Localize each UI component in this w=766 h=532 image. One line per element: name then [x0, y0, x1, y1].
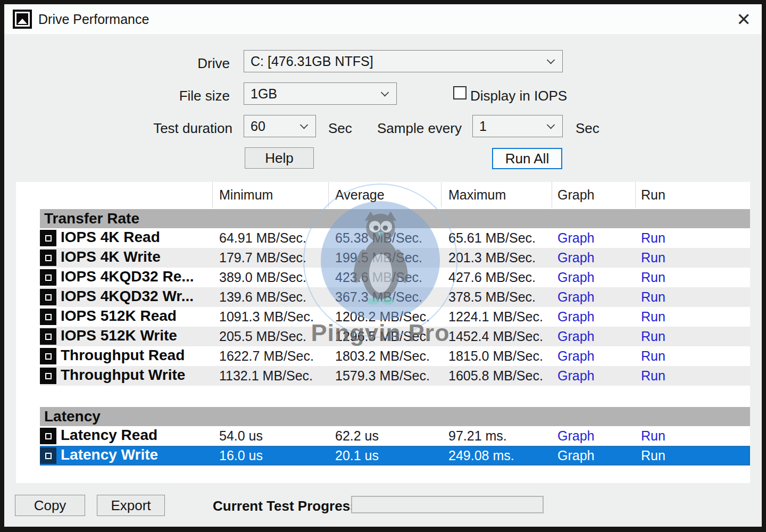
maximum-value: 1452.4 MB/Sec.	[448, 329, 543, 344]
close-button[interactable]: ✕	[731, 6, 756, 32]
minimum-value: 54.0 us	[219, 428, 263, 444]
average-value: 1803.2 MB/Sec.	[335, 348, 430, 364]
run-link[interactable]: Run	[641, 428, 665, 444]
average-value: 62.2 us	[335, 428, 379, 444]
run-link[interactable]: Run	[641, 289, 665, 305]
maximum-value: 97.21 ms.	[448, 428, 507, 444]
window: Drive Performance ✕ Drive C: [476.31GB N…	[4, 4, 762, 527]
run-link[interactable]: Run	[641, 309, 665, 325]
graph-link[interactable]: Graph	[557, 348, 594, 364]
drive-select-value: C: [476.31GB NTFS]	[251, 54, 373, 69]
run-all-button[interactable]: Run All	[492, 148, 562, 169]
minimum-value: 64.91 MB/Sec.	[219, 230, 306, 246]
graph-link[interactable]: Graph	[557, 448, 594, 463]
table-row[interactable]: Throughput Read 1622.7 MB/Sec. 1803.2 MB…	[40, 346, 750, 366]
row-label: IOPS 4KQD32 Wr...	[61, 288, 194, 305]
chevron-down-icon	[547, 121, 555, 129]
run-link[interactable]: Run	[641, 230, 665, 246]
graph-link[interactable]: Graph	[557, 329, 594, 344]
sample-every-select[interactable]: 1	[472, 115, 563, 137]
run-link[interactable]: Run	[641, 448, 665, 463]
maximum-value: 249.08 ms.	[448, 448, 514, 463]
table-row[interactable]: IOPS 4KQD32 Wr... 139.6 MB/Sec. 367.3 MB…	[40, 287, 750, 307]
table-section: Latency Latency Read 54.0 us 62.2 us 97.…	[16, 407, 750, 466]
close-icon: ✕	[736, 9, 751, 30]
table-row[interactable]: IOPS 4K Read 64.91 MB/Sec. 65.38 MB/Sec.…	[40, 228, 750, 248]
row-label: Latency Write	[61, 446, 158, 463]
row-marker-icon	[40, 289, 56, 305]
window-title: Drive Performance	[38, 12, 149, 27]
table-row[interactable]: IOPS 512K Read 1091.3 MB/Sec. 1208.2 MB/…	[40, 307, 750, 327]
average-value: 423.6 MB/Sec.	[335, 270, 422, 285]
chevron-down-icon	[547, 56, 555, 64]
table-row[interactable]: Latency Read 54.0 us 62.2 us 97.21 ms. G…	[40, 426, 750, 446]
column-header-run: Run	[636, 182, 750, 207]
run-link[interactable]: Run	[641, 329, 665, 344]
file-size-select[interactable]: 1GB	[244, 82, 397, 105]
minimum-value: 139.6 MB/Sec.	[219, 289, 306, 305]
progress-label: Current Test Progress	[213, 498, 358, 514]
minimum-value: 1091.3 MB/Sec.	[219, 309, 314, 325]
maximum-value: 1224.1 MB/Sec.	[448, 309, 543, 325]
minimum-value: 179.7 MB/Sec.	[219, 250, 306, 265]
run-link[interactable]: Run	[641, 270, 665, 285]
row-label: IOPS 512K Write	[61, 327, 177, 344]
titlebar: Drive Performance ✕	[4, 4, 762, 34]
graph-link[interactable]: Graph	[557, 270, 594, 285]
row-marker-icon	[40, 250, 56, 266]
help-button[interactable]: Help	[245, 147, 314, 169]
average-value: 1208.2 MB/Sec.	[335, 309, 430, 325]
drive-label: Drive	[111, 55, 230, 72]
row-label: IOPS 4K Write	[61, 248, 161, 265]
display-iops-label: Display in IOPS	[470, 88, 567, 104]
maximum-value: 65.61 MB/Sec.	[448, 230, 536, 246]
table-row[interactable]: IOPS 4K Write 179.7 MB/Sec. 199.5 MB/Sec…	[40, 248, 750, 268]
column-header-name	[16, 182, 213, 207]
table-row[interactable]: IOPS 512K Write 205.5 MB/Sec. 1296.5 MB/…	[40, 327, 750, 346]
row-label: IOPS 4K Read	[61, 229, 160, 246]
export-button[interactable]: Export	[97, 495, 165, 516]
run-link[interactable]: Run	[641, 348, 665, 364]
run-link[interactable]: Run	[641, 250, 665, 265]
row-marker-icon	[40, 269, 56, 286]
chevron-down-icon	[381, 88, 389, 97]
copy-button[interactable]: Copy	[15, 495, 85, 516]
column-header-graph: Graph	[552, 182, 636, 207]
section-header: Transfer Rate	[40, 209, 750, 228]
display-iops-checkbox[interactable]	[453, 86, 467, 99]
graph-link[interactable]: Graph	[557, 230, 594, 246]
sample-every-unit: Sec	[576, 120, 600, 137]
row-marker-icon	[40, 328, 56, 345]
graph-link[interactable]: Graph	[557, 289, 594, 305]
graph-link[interactable]: Graph	[557, 368, 594, 384]
row-marker-icon	[40, 309, 56, 325]
results-table: Minimum Average Maximum Graph Run Transf…	[16, 182, 750, 483]
row-label: Latency Read	[61, 427, 157, 444]
table-row[interactable]: Throughput Write 1132.1 MB/Sec. 1579.3 M…	[40, 366, 750, 386]
column-header-maximum: Maximum	[442, 182, 552, 207]
row-label: Throughput Read	[61, 347, 185, 364]
maximum-value: 378.5 MB/Sec.	[448, 289, 536, 305]
minimum-value: 205.5 MB/Sec.	[219, 329, 306, 344]
row-marker-icon	[40, 230, 56, 246]
sample-every-label: Sample every	[345, 120, 462, 137]
drive-select[interactable]: C: [476.31GB NTFS]	[244, 50, 563, 72]
graph-link[interactable]: Graph	[557, 250, 594, 265]
row-label: IOPS 512K Read	[61, 307, 177, 325]
table-row[interactable]: Latency Write 16.0 us 20.1 us 249.08 ms.…	[40, 446, 750, 466]
average-value: 20.1 us	[335, 448, 379, 463]
average-value: 1296.5 MB/Sec.	[335, 329, 430, 344]
average-value: 199.5 MB/Sec.	[335, 250, 422, 265]
column-header-average: Average	[329, 182, 442, 207]
graph-link[interactable]: Graph	[557, 309, 594, 325]
run-link[interactable]: Run	[641, 368, 665, 384]
minimum-value: 389.0 MB/Sec.	[219, 270, 306, 285]
graph-link[interactable]: Graph	[557, 428, 594, 444]
test-duration-select[interactable]: 60	[244, 115, 316, 137]
average-value: 1579.3 MB/Sec.	[335, 368, 430, 384]
table-row[interactable]: IOPS 4KQD32 Re... 389.0 MB/Sec. 423.6 MB…	[40, 268, 750, 287]
average-value: 367.3 MB/Sec.	[335, 289, 422, 305]
column-header-minimum: Minimum	[213, 182, 329, 207]
average-value: 65.38 MB/Sec.	[335, 230, 422, 246]
sample-every-value: 1	[479, 119, 487, 134]
